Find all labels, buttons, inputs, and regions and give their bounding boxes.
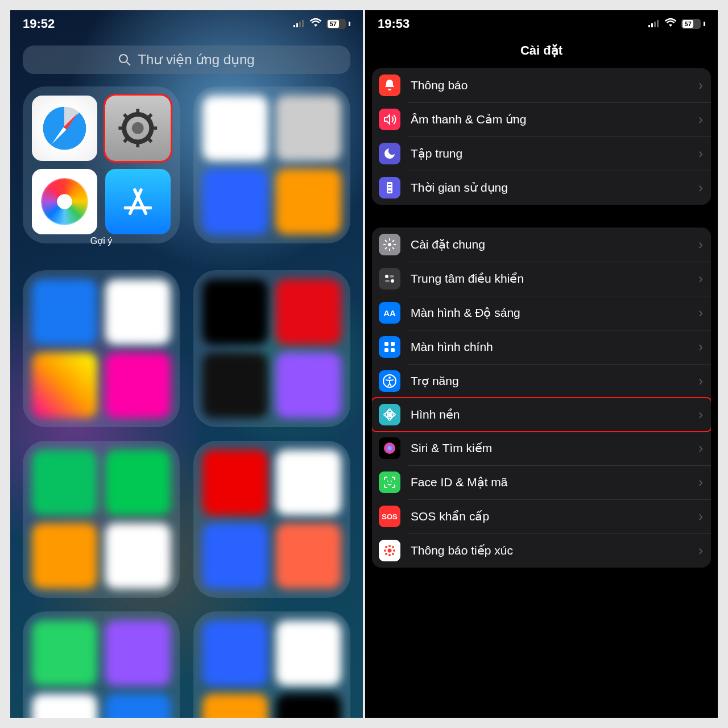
display-icon: AA — [379, 302, 400, 324]
folder-blur-7[interactable] — [193, 611, 350, 718]
battery-indicator-left: 57 — [326, 19, 350, 29]
settings-row-controlcenter[interactable]: Trung tâm điều khiển› — [372, 262, 711, 296]
settings-label-focus: Tập trung — [411, 147, 698, 160]
chevron-right-icon: › — [698, 271, 703, 287]
settings-group-1: Thông báo›Âm thanh & Cảm ứng›Tập trung›T… — [372, 68, 711, 205]
folder-blur-6[interactable] — [23, 611, 180, 718]
folder-blur-1[interactable] — [193, 86, 350, 243]
app-settings[interactable] — [105, 96, 171, 161]
svg-line-12 — [147, 138, 152, 142]
svg-rect-25 — [388, 191, 391, 192]
settings-label-wallpaper: Hình nền — [411, 408, 698, 421]
chevron-right-icon: › — [698, 440, 703, 456]
notifications-icon — [379, 75, 400, 96]
settings-label-homescreen: Màn hình chính — [411, 340, 698, 354]
chevron-right-icon: › — [698, 407, 703, 423]
chevron-right-icon: › — [698, 373, 703, 389]
focus-icon — [379, 143, 400, 164]
svg-point-48 — [393, 549, 395, 552]
svg-point-41 — [384, 442, 395, 454]
clock-right: 19:53 — [378, 16, 410, 31]
sounds-icon — [379, 109, 400, 130]
svg-rect-22 — [657, 20, 659, 27]
search-icon — [118, 53, 131, 66]
general-icon — [379, 234, 400, 255]
chevron-right-icon: › — [698, 237, 703, 253]
page-title: Cài đặt — [365, 43, 718, 58]
svg-point-46 — [388, 554, 391, 556]
svg-rect-33 — [384, 348, 388, 352]
svg-rect-28 — [390, 275, 394, 278]
settings-label-siri: Siri & Tìm kiếm — [411, 441, 698, 455]
controlcenter-icon — [379, 268, 400, 289]
cellular-icon — [648, 18, 660, 30]
app-appstore[interactable] — [105, 169, 171, 234]
settings-row-homescreen[interactable]: Màn hình chính› — [372, 330, 711, 364]
settings-label-sounds: Âm thanh & Cảm ứng — [411, 113, 698, 126]
wallpaper-icon — [379, 404, 400, 425]
siri-icon — [379, 437, 400, 459]
homescreen-icon — [379, 336, 400, 358]
svg-point-15 — [132, 122, 144, 134]
folder-blur-5[interactable] — [193, 441, 350, 598]
svg-point-52 — [392, 553, 394, 555]
folder-blur-2[interactable] — [23, 270, 180, 427]
folder-suggestions[interactable] — [23, 86, 180, 243]
settings-group-2: Cài đặt chung›Trung tâm điều khiển›AAMàn… — [372, 228, 711, 568]
settings-row-sos[interactable]: SOSSOS khẩn cấp› — [372, 499, 711, 533]
chevron-right-icon: › — [698, 146, 703, 162]
screentime-icon — [379, 177, 400, 198]
svg-point-36 — [388, 377, 391, 379]
folder-blur-3[interactable] — [193, 270, 350, 427]
chevron-right-icon: › — [698, 543, 703, 559]
svg-rect-24 — [388, 184, 391, 185]
svg-point-44 — [388, 549, 392, 553]
settings-row-general[interactable]: Cài đặt chung› — [372, 228, 711, 262]
svg-rect-2 — [299, 22, 301, 27]
svg-rect-30 — [385, 280, 390, 282]
chevron-right-icon: › — [698, 339, 703, 355]
settings-label-screentime: Thời gian sử dụng — [411, 181, 698, 195]
svg-point-26 — [388, 243, 391, 246]
settings-row-siri[interactable]: Siri & Tìm kiếm› — [372, 431, 711, 465]
svg-rect-0 — [293, 25, 295, 27]
folder-blur-4[interactable] — [23, 441, 180, 598]
settings-row-display[interactable]: AAMàn hình & Độ sáng› — [372, 296, 711, 330]
svg-point-50 — [392, 546, 394, 548]
settings-label-faceid: Face ID & Mật mã — [411, 475, 698, 489]
settings-label-exposure: Thông báo tiếp xúc — [411, 544, 698, 557]
sos-icon: SOS — [379, 506, 400, 527]
svg-point-47 — [384, 549, 386, 552]
settings-row-sounds[interactable]: Âm thanh & Cảm ứng› — [372, 102, 711, 136]
settings-screen: 19:53 57 Cài đặt Thông báo›Âm thanh & Cả… — [365, 10, 718, 718]
app-library-search[interactable]: Thư viện ứng dụng — [23, 46, 350, 74]
svg-line-11 — [124, 114, 129, 119]
svg-rect-21 — [654, 22, 656, 27]
clock-left: 19:52 — [23, 16, 55, 31]
settings-row-wallpaper[interactable]: Hình nền› — [372, 397, 711, 432]
settings-row-exposure[interactable]: Thông báo tiếp xúc› — [372, 533, 711, 568]
svg-point-4 — [119, 55, 127, 63]
settings-row-notifications[interactable]: Thông báo› — [372, 68, 711, 102]
svg-point-29 — [391, 279, 394, 283]
settings-row-accessibility[interactable]: Trợ năng› — [372, 364, 711, 398]
svg-point-37 — [388, 413, 391, 416]
faceid-icon — [379, 471, 400, 493]
status-bar-left: 19:52 57 — [10, 10, 363, 38]
svg-point-49 — [385, 546, 387, 548]
settings-label-display: Màn hình & Độ sáng — [411, 306, 698, 320]
accessibility-icon — [379, 370, 400, 392]
chevron-right-icon: › — [698, 474, 703, 490]
svg-rect-3 — [302, 20, 304, 27]
settings-row-faceid[interactable]: Face ID & Mật mã› — [372, 465, 711, 499]
settings-row-focus[interactable]: Tập trung› — [372, 136, 711, 171]
svg-line-14 — [124, 138, 129, 142]
app-photos[interactable] — [32, 169, 97, 234]
wifi-icon — [309, 18, 322, 30]
settings-label-notifications: Thông báo — [411, 78, 698, 92]
svg-rect-19 — [648, 25, 650, 27]
chevron-right-icon: › — [698, 77, 703, 93]
svg-line-5 — [127, 62, 130, 65]
app-safari[interactable] — [32, 96, 97, 161]
settings-row-screentime[interactable]: Thời gian sử dụng› — [372, 171, 711, 205]
